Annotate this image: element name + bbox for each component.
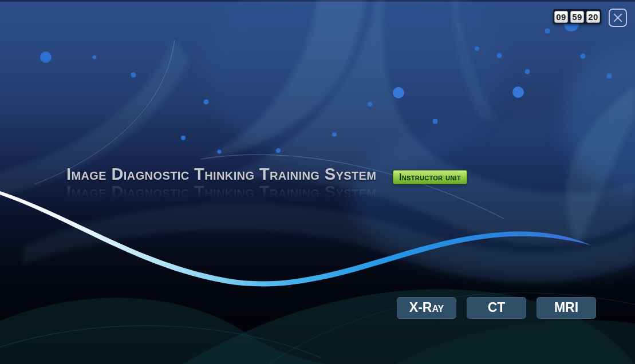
- title-block: Image Diagnostic Thinking Training Syste…: [66, 165, 376, 183]
- clock-hours: 09: [554, 11, 568, 23]
- modality-button-row: X-Ray CT MRI: [397, 297, 596, 319]
- splash-screen: 09 : 59 : 20 Image Diagnostic Thinking T…: [0, 0, 635, 364]
- instructor-unit-badge: Instructor unit: [393, 170, 467, 184]
- close-button[interactable]: [609, 9, 627, 27]
- ct-button[interactable]: CT: [467, 297, 526, 319]
- close-icon: [613, 13, 623, 23]
- clock-seconds: 20: [586, 11, 600, 23]
- clock-minutes: 59: [570, 11, 584, 23]
- mri-button[interactable]: MRI: [537, 297, 596, 319]
- page-title-reflection: Image Diagnostic Thinking Training Syste…: [66, 183, 376, 201]
- xray-button[interactable]: X-Ray: [397, 297, 456, 319]
- page-title: Image Diagnostic Thinking Training Syste…: [66, 165, 376, 183]
- flip-clock[interactable]: 09 : 59 : 20: [553, 9, 601, 24]
